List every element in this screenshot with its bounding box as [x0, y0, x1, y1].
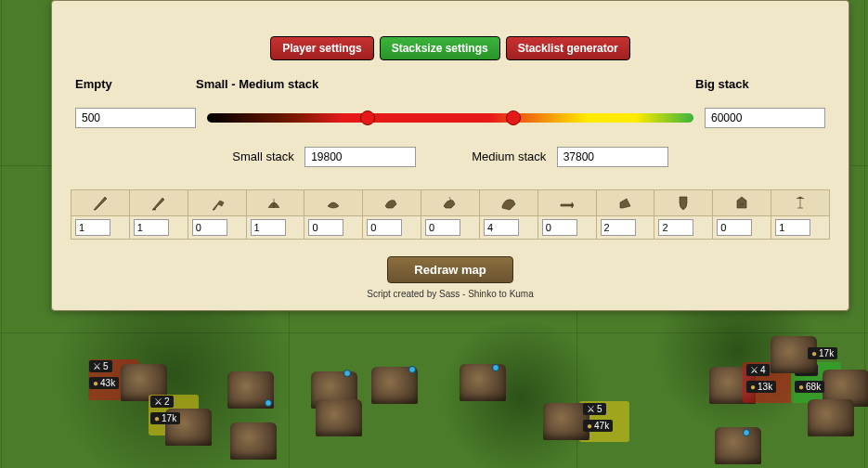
unit-weight-ram[interactable] [542, 219, 577, 236]
small-stack-label: Small stack [232, 150, 293, 163]
village[interactable] [230, 422, 277, 460]
unit-weight-cat[interactable] [601, 219, 636, 236]
flag-dot [408, 366, 416, 373]
unit-weight-militia[interactable] [775, 219, 810, 236]
militia-icon [771, 190, 830, 216]
ma-icon [421, 190, 480, 216]
unit-weight-cell [479, 216, 538, 240]
unit-weight-cell [771, 216, 830, 240]
unit-weight-cell [654, 216, 713, 240]
unit-weight-scout[interactable] [308, 219, 343, 236]
unit-weight-paladin[interactable] [658, 219, 693, 236]
threshold-inputs: Small stack Medium stack [71, 147, 830, 167]
spear-icon [71, 190, 130, 216]
village[interactable] [715, 427, 761, 464]
unit-weight-axe[interactable] [192, 219, 227, 236]
threshold-labels: Empty Small - Medium stack Big stack [71, 77, 830, 91]
unit-weight-cell [421, 216, 480, 240]
badge-food: 13k [746, 381, 776, 393]
medium-stack-label: Medium stack [472, 150, 546, 163]
village[interactable] [460, 364, 506, 401]
tabs-row: Player settings Stacksize settings Stack… [71, 36, 830, 60]
credit-text: Script created by Sass - Shinko to Kuma [71, 289, 830, 299]
unit-weight-cell [304, 216, 363, 240]
badge-attack: 2 [150, 396, 174, 408]
unit-weight-cell [71, 216, 130, 240]
ram-icon [538, 190, 596, 216]
small-stack-input[interactable] [304, 147, 416, 167]
flag-dot [492, 364, 499, 371]
units-table [71, 189, 830, 240]
unit-weight-cell [188, 216, 246, 240]
cat-icon [596, 190, 654, 216]
unit-weight-cell [713, 216, 771, 240]
lc-icon [363, 190, 421, 216]
flag-dot [265, 399, 272, 407]
sword-icon [129, 190, 188, 216]
badge-attack: 5 [583, 403, 606, 415]
archer-icon [246, 190, 304, 216]
unit-weight-cell [363, 216, 421, 240]
badge-attack: 5 [89, 360, 112, 372]
noble-icon [713, 190, 771, 216]
tab-stacksize-settings[interactable]: Stacksize settings [380, 36, 500, 60]
slider-handle-small[interactable] [360, 110, 375, 125]
unit-weight-hc[interactable] [484, 219, 519, 236]
badge-food: 43k [89, 377, 119, 389]
unit-weight-lc[interactable] [367, 219, 402, 236]
village[interactable] [316, 399, 362, 436]
badge-food: 68k [795, 381, 824, 393]
badge-food: 17k [150, 412, 180, 424]
badge-food: 17k [808, 347, 837, 359]
medium-stack-input[interactable] [557, 147, 668, 167]
paladin-icon [654, 190, 713, 216]
badge-attack: 4 [746, 364, 770, 376]
max-input[interactable] [705, 108, 825, 128]
slider-row [71, 108, 830, 128]
unit-weight-cell [596, 216, 654, 240]
unit-weight-spear[interactable] [75, 219, 110, 236]
unit-weight-archer[interactable] [251, 219, 286, 236]
flag-dot [743, 429, 750, 436]
settings-panel: Player settings Stacksize settings Stack… [51, 0, 849, 311]
unit-weight-cell [129, 216, 188, 240]
unit-weight-ma[interactable] [425, 219, 460, 236]
hc-icon [479, 190, 538, 216]
village[interactable] [808, 399, 854, 436]
slider-handle-medium[interactable] [506, 110, 521, 125]
unit-weight-cell [246, 216, 304, 240]
redraw-button[interactable]: Redraw map [387, 256, 512, 283]
unit-weight-noble[interactable] [717, 219, 752, 236]
label-big: Big stack [695, 77, 825, 91]
unit-weight-cell [538, 216, 596, 240]
badge-food: 47k [583, 420, 613, 432]
axe-icon [188, 190, 246, 216]
min-input[interactable] [75, 108, 196, 128]
tab-stacklist-generator[interactable]: Stacklist generator [506, 36, 630, 60]
range-slider[interactable] [207, 113, 693, 123]
scout-icon [304, 190, 363, 216]
label-small-medium: Small - Medium stack [196, 77, 695, 91]
label-empty: Empty [75, 77, 196, 91]
unit-weight-sword[interactable] [134, 219, 169, 236]
tab-player-settings[interactable]: Player settings [270, 36, 373, 60]
flag-dot [343, 370, 351, 377]
